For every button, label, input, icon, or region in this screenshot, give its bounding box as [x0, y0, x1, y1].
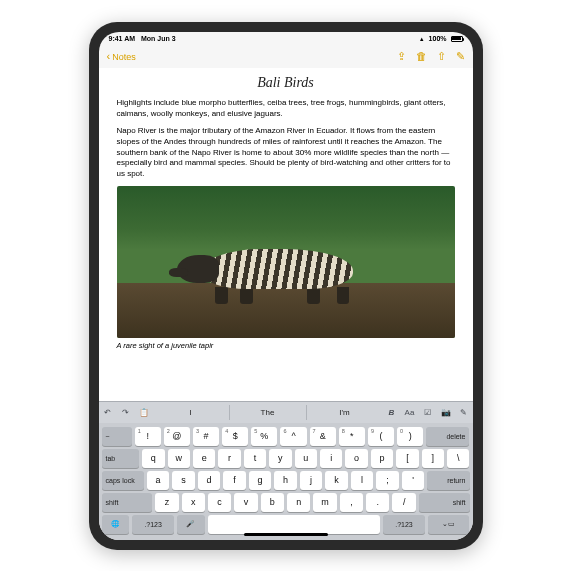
key-row-1: tab q w e r t y u i o p [ ] \ — [102, 449, 470, 468]
keyboard-toolbar: ↶ ↷ 📋 I The I'm B Aa ☑ 📷 ✎ — [99, 401, 473, 423]
key-z[interactable]: z — [155, 493, 178, 512]
key-4[interactable]: 4$ — [222, 427, 248, 446]
trash-icon[interactable]: 🗑 — [416, 50, 427, 63]
suggestion-bar: I The I'm — [153, 405, 383, 420]
key-2[interactable]: 2@ — [164, 427, 190, 446]
note-heading: Bali Birds — [117, 74, 455, 93]
chevron-left-icon: ‹ — [107, 51, 111, 62]
checklist-icon[interactable]: ☑ — [419, 408, 437, 417]
key-numbers-right[interactable]: .?123 — [383, 515, 425, 534]
key-mic[interactable]: 🎤 — [177, 515, 205, 534]
key-bracket-right[interactable]: ] — [422, 449, 444, 468]
key-s[interactable]: s — [172, 471, 195, 490]
key-q[interactable]: q — [142, 449, 164, 468]
key-j[interactable]: j — [300, 471, 323, 490]
ipad-device: 9:41 AM Mon Jun 3 100% ‹ Notes ⇪ 🗑 ⇧ ✎ — [89, 22, 483, 550]
key-t[interactable]: t — [244, 449, 266, 468]
nav-actions: ⇪ 🗑 ⇧ ✎ — [397, 50, 465, 63]
key-v[interactable]: v — [234, 493, 257, 512]
key-g[interactable]: g — [249, 471, 272, 490]
key-row-2: caps lock a s d f g h j k l ; ' return — [102, 471, 470, 490]
status-bar: 9:41 AM Mon Jun 3 100% — [99, 32, 473, 46]
key-bracket-left[interactable]: [ — [396, 449, 418, 468]
markup-icon[interactable]: ✎ — [455, 408, 473, 417]
key-backslash[interactable]: \ — [447, 449, 469, 468]
status-time: 9:41 AM — [109, 35, 136, 42]
key-space[interactable] — [208, 515, 380, 534]
key-7[interactable]: 7& — [310, 427, 336, 446]
wifi-icon — [419, 35, 425, 42]
key-1[interactable]: 1! — [135, 427, 161, 446]
status-left: 9:41 AM Mon Jun 3 — [109, 35, 176, 42]
suggestion-1[interactable]: I — [153, 405, 229, 420]
key-return[interactable]: return — [427, 471, 469, 490]
key-i[interactable]: i — [320, 449, 342, 468]
key-f[interactable]: f — [223, 471, 246, 490]
key-shift-right[interactable]: shift — [419, 493, 470, 512]
key-u[interactable]: u — [295, 449, 317, 468]
note-content[interactable]: Bali Birds Highlights include blue morph… — [99, 68, 473, 401]
key-row-3: shift z x c v b n m , . / shift — [102, 493, 470, 512]
note-image[interactable] — [117, 186, 455, 338]
key-semicolon[interactable]: ; — [376, 471, 399, 490]
key-period[interactable]: . — [366, 493, 389, 512]
image-caption: A rare sight of a juvenile tapir — [117, 341, 455, 351]
note-paragraph-2: Napo River is the major tributary of the… — [117, 126, 455, 180]
key-numbers-left[interactable]: .?123 — [132, 515, 174, 534]
key-globe[interactable]: 🌐 — [102, 515, 130, 534]
key-tab[interactable]: tab — [102, 449, 140, 468]
tapir-illustration — [177, 235, 387, 302]
key-c[interactable]: c — [208, 493, 231, 512]
key-0[interactable]: 0) — [397, 427, 423, 446]
folder-move-icon[interactable]: ⇪ — [397, 50, 406, 63]
key-x[interactable]: x — [182, 493, 205, 512]
key-y[interactable]: y — [269, 449, 291, 468]
key-9[interactable]: 9( — [368, 427, 394, 446]
compose-icon[interactable]: ✎ — [456, 50, 465, 63]
key-a[interactable]: a — [147, 471, 170, 490]
key-shift-left[interactable]: shift — [102, 493, 153, 512]
suggestion-2[interactable]: The — [229, 405, 306, 420]
key-o[interactable]: o — [345, 449, 367, 468]
suggestion-3[interactable]: I'm — [306, 405, 383, 420]
key-comma[interactable]: , — [340, 493, 363, 512]
key-tilde[interactable]: ~ — [102, 427, 132, 446]
key-quote[interactable]: ' — [402, 471, 425, 490]
nav-bar: ‹ Notes ⇪ 🗑 ⇧ ✎ — [99, 46, 473, 68]
font-icon[interactable]: Aa — [401, 408, 419, 417]
share-icon[interactable]: ⇧ — [437, 50, 446, 63]
key-n[interactable]: n — [287, 493, 310, 512]
key-delete[interactable]: delete — [426, 427, 469, 446]
key-r[interactable]: r — [218, 449, 240, 468]
key-m[interactable]: m — [313, 493, 336, 512]
clipboard-icon[interactable]: 📋 — [135, 408, 153, 417]
key-k[interactable]: k — [325, 471, 348, 490]
key-p[interactable]: p — [371, 449, 393, 468]
bold-italic-icon[interactable]: B — [383, 408, 401, 417]
key-e[interactable]: e — [193, 449, 215, 468]
keyboard: ~ 1! 2@ 3# 4$ 5% 6^ 7& 8* 9( 0) delete t… — [99, 423, 473, 540]
redo-icon[interactable]: ↷ — [117, 408, 135, 417]
key-6[interactable]: 6^ — [280, 427, 306, 446]
key-capslock[interactable]: caps lock — [102, 471, 144, 490]
key-5[interactable]: 5% — [251, 427, 277, 446]
note-paragraph-1: Highlights include blue morpho butterfli… — [117, 98, 455, 120]
key-row-numbers: ~ 1! 2@ 3# 4$ 5% 6^ 7& 8* 9( 0) delete — [102, 427, 470, 446]
key-w[interactable]: w — [168, 449, 190, 468]
key-hide-keyboard[interactable]: ⌄▭ — [428, 515, 470, 534]
back-label: Notes — [112, 52, 136, 62]
back-button[interactable]: ‹ Notes — [107, 51, 136, 62]
key-h[interactable]: h — [274, 471, 297, 490]
key-8[interactable]: 8* — [339, 427, 365, 446]
battery-icon — [451, 36, 463, 42]
undo-icon[interactable]: ↶ — [99, 408, 117, 417]
screen: 9:41 AM Mon Jun 3 100% ‹ Notes ⇪ 🗑 ⇧ ✎ — [99, 32, 473, 540]
key-l[interactable]: l — [351, 471, 374, 490]
key-slash[interactable]: / — [392, 493, 415, 512]
key-row-bottom: 🌐 .?123 🎤 .?123 ⌄▭ — [102, 515, 470, 534]
key-3[interactable]: 3# — [193, 427, 219, 446]
home-indicator[interactable] — [244, 533, 328, 536]
camera-icon[interactable]: 📷 — [437, 408, 455, 417]
key-b[interactable]: b — [261, 493, 284, 512]
key-d[interactable]: d — [198, 471, 221, 490]
